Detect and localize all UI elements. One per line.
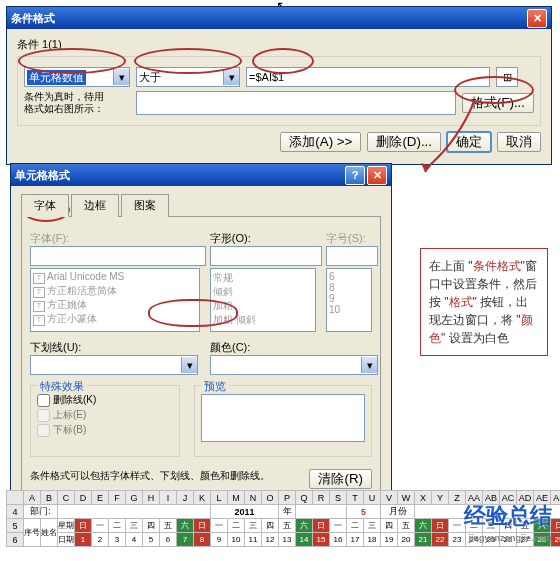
tab-font[interactable]: 字体 xyxy=(21,194,69,217)
subscript-check: 下标(B) xyxy=(37,423,173,437)
delete-button[interactable]: 删除(D)... xyxy=(367,132,441,152)
preview-box xyxy=(201,394,365,442)
titlebar[interactable]: 条件格式 ✕ xyxy=(7,7,551,29)
superscript-check: 上标(E) xyxy=(37,408,173,422)
format-button[interactable]: 格式(F)... xyxy=(462,93,534,113)
cell-value-combo[interactable]: 单元格数值▾ xyxy=(24,67,130,87)
title: 单元格格式 xyxy=(15,168,343,183)
preview-label: 预览 xyxy=(201,379,229,394)
size-list[interactable]: 6 8 9 10 xyxy=(326,268,372,332)
operator-combo[interactable]: 大于▾ xyxy=(136,67,240,87)
style-input[interactable] xyxy=(210,246,322,266)
cancel-button[interactable]: 取消 xyxy=(497,132,541,152)
strikethrough-check[interactable]: 删除线(K) xyxy=(37,393,173,407)
condition-label: 条件 1(1) xyxy=(17,37,541,52)
size-label: 字号(S): xyxy=(326,231,372,246)
watermark-url: jingyanzongjie.com xyxy=(468,533,552,543)
titlebar[interactable]: 单元格格式 ? ✕ xyxy=(11,164,391,186)
preview-label: 条件为真时，待用 格式如右图所示： xyxy=(24,91,130,115)
tabs: 字体 边框 图案 xyxy=(21,194,381,217)
close-icon[interactable]: ✕ xyxy=(367,166,387,185)
underline-label: 下划线(U): xyxy=(30,340,192,355)
tab-pattern[interactable]: 图案 xyxy=(121,194,169,217)
chevron-down-icon[interactable]: ▾ xyxy=(113,69,129,85)
font-list[interactable]: TArial Unicode MS T方正粗活意简体 T方正姚体 T方正小篆体 xyxy=(30,268,200,332)
chevron-down-icon[interactable]: ▾ xyxy=(223,69,239,85)
underline-combo[interactable]: ▾ xyxy=(30,355,198,375)
font-label: 字体(F): xyxy=(30,231,200,246)
dialog-conditional-format: 条件格式 ✕ 条件 1(1) 单元格数值▾ 大于▾ =$AI$1 ⊞ 条件为真时… xyxy=(6,6,552,165)
watermark: 经验总结 xyxy=(464,501,552,531)
close-icon[interactable]: ✕ xyxy=(527,9,547,28)
range-picker-icon[interactable]: ⊞ xyxy=(496,67,518,87)
font-input[interactable] xyxy=(30,246,206,266)
formula-input[interactable]: =$AI$1 xyxy=(246,67,490,87)
size-input[interactable] xyxy=(326,246,378,266)
dept-cell: 部门: xyxy=(24,505,58,519)
tab-border[interactable]: 边框 xyxy=(71,194,119,217)
style-list[interactable]: 常规 倾斜 加粗 加粗 倾斜 xyxy=(210,268,316,332)
clear-button[interactable]: 清除(R) xyxy=(309,469,372,489)
effects-label: 特殊效果 xyxy=(37,379,87,394)
hint-text: 条件格式可以包括字体样式、下划线、颜色和删除线。 xyxy=(30,469,303,482)
format-preview xyxy=(136,91,456,115)
color-label: 颜色(C): xyxy=(210,340,372,355)
chevron-down-icon[interactable]: ▾ xyxy=(361,357,377,373)
help-icon[interactable]: ? xyxy=(345,166,365,185)
dialog-cell-format: 单元格格式 ? ✕ 字体 边框 图案 字体(F): TArial Unicode… xyxy=(10,163,392,543)
annotation-note: 在上面 "条件格式"窗口中设置条件，然后按 "格式" 按钮，出现左边窗口，将 "… xyxy=(420,248,548,356)
title: 条件格式 xyxy=(11,11,525,26)
color-combo[interactable]: ▾ xyxy=(210,355,378,375)
ok-button[interactable]: 确定 xyxy=(447,132,491,152)
chevron-down-icon[interactable]: ▾ xyxy=(181,357,197,373)
add-button[interactable]: 添加(A) >> xyxy=(280,132,361,152)
style-label: 字形(O): xyxy=(210,231,316,246)
